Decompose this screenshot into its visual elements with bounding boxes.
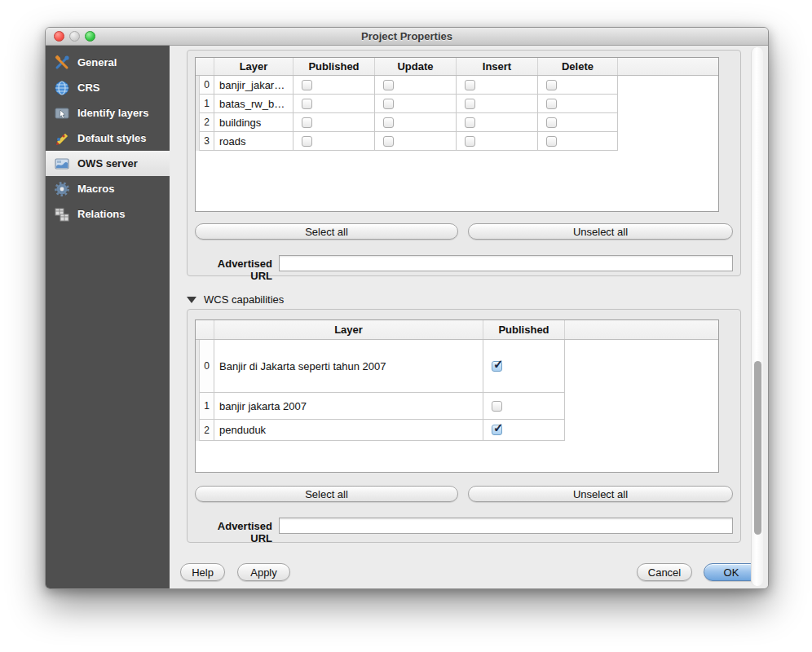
desktop: Project Properties General — [0, 0, 812, 652]
delete-checkbox[interactable] — [546, 136, 557, 147]
delete-checkbox[interactable] — [546, 117, 557, 128]
sidebar-item-crs[interactable]: CRS — [46, 75, 170, 100]
row-index[interactable]: 3 — [200, 132, 214, 151]
window-title: Project Properties — [361, 30, 452, 42]
row-index[interactable]: 2 — [200, 420, 214, 441]
help-button[interactable]: Help — [180, 563, 225, 581]
published-checkbox[interactable] — [492, 425, 502, 435]
minimize-icon[interactable] — [69, 31, 80, 42]
wfs-col-published[interactable]: Published — [293, 58, 375, 75]
table-row: 0 banjir_jakar… — [196, 76, 718, 95]
row-index[interactable]: 0 — [200, 76, 214, 95]
tools-icon — [54, 55, 70, 71]
relations-icon — [54, 206, 70, 222]
sidebar: General CRS Identify layers — [46, 46, 170, 589]
table-row: 1 batas_rw_b… — [196, 95, 718, 113]
wfs-col-insert[interactable]: Insert — [457, 58, 538, 75]
wcs-table-header: Layer Published — [196, 320, 718, 340]
wfs-table-header: Layer Published Update Insert Delete — [196, 58, 718, 76]
sidebar-item-label: Identify layers — [77, 107, 148, 119]
layer-name[interactable]: banjir_jakar… — [214, 76, 293, 95]
insert-checkbox[interactable] — [465, 80, 475, 90]
scrollbar-thumb[interactable] — [754, 361, 761, 535]
update-checkbox[interactable] — [383, 80, 394, 90]
gear-icon — [54, 181, 70, 197]
wcs-unselect-all-button[interactable]: Unselect all — [468, 486, 733, 502]
wfs-col-delete[interactable]: Delete — [538, 58, 618, 75]
wcs-col-published[interactable]: Published — [483, 320, 565, 339]
sidebar-item-label: OWS server — [77, 157, 138, 170]
layer-name[interactable]: roads — [214, 132, 293, 151]
row-index[interactable]: 2 — [200, 113, 214, 132]
wcs-layers-table: Layer Published 0 Banjir di Jakarta sepe… — [195, 319, 719, 473]
sidebar-item-label: General — [77, 56, 117, 68]
wcs-capabilities-header[interactable]: WCS capabilities — [187, 293, 284, 306]
update-checkbox[interactable] — [383, 136, 394, 147]
sidebar-item-default-styles[interactable]: Default styles — [46, 126, 170, 151]
wcs-col-layer[interactable]: Layer — [214, 320, 483, 339]
delete-checkbox[interactable] — [546, 99, 557, 109]
zoom-icon[interactable] — [85, 31, 95, 42]
published-checkbox[interactable] — [492, 361, 502, 372]
wfs-select-all-button[interactable]: Select all — [195, 223, 458, 240]
layer-name[interactable]: penduduk — [214, 420, 483, 441]
insert-checkbox[interactable] — [465, 99, 475, 109]
identify-layers-icon — [54, 105, 70, 121]
collapse-triangle-icon[interactable] — [187, 297, 196, 303]
insert-checkbox[interactable] — [465, 136, 475, 147]
sidebar-item-label: Default styles — [77, 132, 147, 144]
wcs-select-all-button[interactable]: Select all — [195, 486, 458, 502]
close-icon[interactable] — [54, 31, 64, 42]
sidebar-item-relations[interactable]: Relations — [46, 201, 170, 227]
project-properties-dialog: Project Properties General — [45, 27, 769, 589]
update-checkbox[interactable] — [383, 117, 394, 128]
delete-checkbox[interactable] — [546, 80, 557, 90]
vertical-scrollbar[interactable] — [751, 47, 763, 586]
published-checkbox[interactable] — [302, 99, 312, 109]
wcs-capabilities-group: Layer Published 0 Banjir di Jakarta sepe… — [187, 309, 741, 543]
layer-name[interactable]: Banjir di Jakarta seperti tahun 2007 — [214, 340, 483, 393]
wcs-capabilities-title: WCS capabilities — [204, 293, 284, 306]
wfs-unselect-all-button[interactable]: Unselect all — [468, 223, 733, 240]
wcs-advertised-url-label: Advertised URL — [195, 520, 272, 544]
table-row: 2 penduduk — [196, 420, 718, 441]
paintbrush-icon — [54, 130, 70, 147]
sidebar-item-label: CRS — [77, 82, 99, 94]
wfs-col-update[interactable]: Update — [375, 58, 457, 75]
row-index[interactable]: 1 — [200, 393, 214, 420]
apply-button[interactable]: Apply — [237, 563, 290, 581]
sidebar-item-identify-layers[interactable]: Identify layers — [46, 100, 170, 126]
table-row: 2 buildings — [196, 113, 718, 132]
wfs-col-layer[interactable]: Layer — [214, 58, 293, 75]
update-checkbox[interactable] — [383, 99, 394, 109]
table-row: 1 banjir jakarta 2007 — [196, 393, 718, 420]
layer-name[interactable]: banjir jakarta 2007 — [214, 393, 483, 420]
window-controls — [54, 31, 95, 42]
globe-icon — [54, 80, 70, 96]
wfs-advertised-url-input[interactable] — [279, 255, 733, 271]
published-checkbox[interactable] — [302, 136, 312, 147]
ows-server-panel: Layer Published Update Insert Delete 0 b… — [170, 46, 769, 589]
sidebar-item-macros[interactable]: Macros — [46, 176, 170, 201]
wfs-capabilities-group: Layer Published Update Insert Delete 0 b… — [187, 50, 741, 276]
published-checkbox[interactable] — [302, 117, 312, 128]
sidebar-item-ows-server[interactable]: OWS server — [46, 151, 170, 176]
table-row: 3 roads — [196, 132, 718, 151]
wcs-advertised-url-input[interactable] — [279, 518, 733, 534]
published-checkbox[interactable] — [302, 80, 312, 90]
row-index[interactable]: 1 — [200, 95, 214, 113]
sidebar-item-label: Relations — [77, 208, 126, 220]
wfs-advertised-url-label: Advertised URL — [195, 258, 272, 282]
wfs-layers-table: Layer Published Update Insert Delete 0 b… — [195, 57, 719, 212]
published-checkbox[interactable] — [492, 401, 502, 412]
row-index[interactable]: 0 — [200, 340, 214, 393]
cancel-button[interactable]: Cancel — [637, 563, 692, 581]
sidebar-item-label: Macros — [77, 183, 115, 195]
title-bar[interactable]: Project Properties — [46, 28, 768, 46]
table-row: 0 Banjir di Jakarta seperti tahun 2007 — [196, 340, 718, 393]
sidebar-item-general[interactable]: General — [46, 50, 170, 75]
layer-name[interactable]: batas_rw_b… — [214, 95, 293, 113]
ows-server-icon — [54, 156, 70, 172]
insert-checkbox[interactable] — [465, 117, 475, 128]
layer-name[interactable]: buildings — [214, 113, 293, 132]
